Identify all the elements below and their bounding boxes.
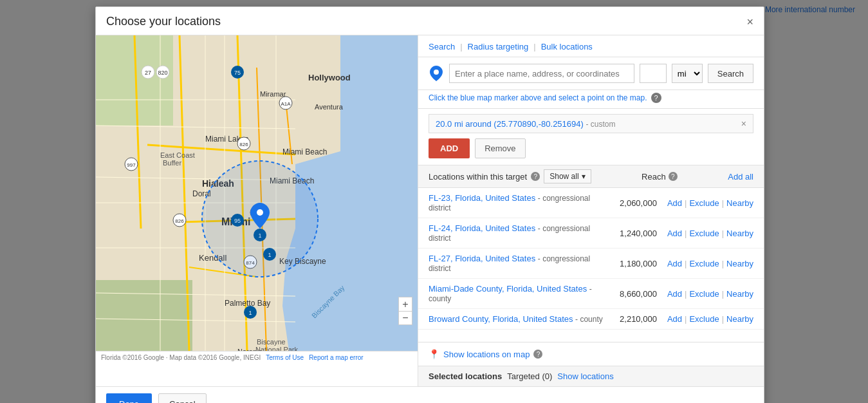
location-nearby-link[interactable]: Nearby <box>726 314 753 324</box>
zoom-out-button[interactable]: − <box>398 311 412 325</box>
reach-label: Reach ? <box>642 172 678 182</box>
svg-rect-4 <box>96 280 192 351</box>
radius-input[interactable]: 20 <box>640 64 667 83</box>
location-row: FL-27, Florida, United States - congress… <box>418 248 764 279</box>
action-separator: | <box>722 289 724 299</box>
location-reach: 1,240,000 <box>609 229 667 238</box>
location-row: FL-24, Florida, United States - congress… <box>418 218 764 248</box>
tabs-bar: Search | Radius targeting | Bulk locatio… <box>418 35 764 57</box>
location-name[interactable]: Broward County, Florida, United States -… <box>429 314 609 324</box>
location-add-link[interactable]: Add <box>667 314 682 324</box>
svg-text:997: 997 <box>127 162 136 168</box>
action-separator: | <box>722 314 724 324</box>
cancel-button[interactable]: Cancel <box>158 393 206 403</box>
location-exclude-link[interactable]: Exclude <box>689 229 719 238</box>
show-on-map-help-icon[interactable]: ? <box>533 350 542 359</box>
dialog-header: Choose your locations × <box>96 7 764 35</box>
search-button[interactable]: Search <box>708 64 753 83</box>
svg-text:East Coast: East Coast <box>160 151 195 159</box>
unit-select[interactable]: mi km <box>672 64 703 83</box>
right-panel: Search | Radius targeting | Bulk locatio… <box>418 35 764 386</box>
locations-list: FL-23, Florida, United States - congress… <box>418 188 764 342</box>
location-nearby-link[interactable]: Nearby <box>726 229 753 238</box>
location-nearby-link[interactable]: Nearby <box>726 289 753 299</box>
location-nearby-link[interactable]: Nearby <box>726 259 753 268</box>
location-name[interactable]: Miami-Dade County, Florida, United State… <box>429 284 609 303</box>
location-row: Miami-Dade County, Florida, United State… <box>418 279 764 309</box>
show-locations-link[interactable]: Show locations <box>557 371 613 381</box>
location-actions: Add | Exclude | Nearby <box>667 198 753 208</box>
svg-text:Biscayne: Biscayne <box>257 338 286 346</box>
terms-of-use-link[interactable]: Terms of Use <box>266 354 304 361</box>
locations-header-left: Locations within this target ? Show all … <box>429 169 591 183</box>
svg-text:Palmetto Bay: Palmetto Bay <box>225 299 270 308</box>
map-canvas[interactable]: Biscayne Bay Hollywood Miramar Aventura … <box>96 35 418 351</box>
tab-sep-2: | <box>533 42 535 57</box>
location-actions: Add | Exclude | Nearby <box>667 289 753 299</box>
dialog-close-button[interactable]: × <box>746 16 753 28</box>
add-all-link[interactable]: Add all <box>728 172 753 182</box>
action-separator: | <box>722 259 724 268</box>
svg-text:75: 75 <box>234 70 241 76</box>
tab-radius-targeting[interactable]: Radius targeting <box>468 42 529 57</box>
location-name[interactable]: FL-27, Florida, United States - congress… <box>429 254 609 273</box>
svg-text:820: 820 <box>158 70 167 76</box>
show-all-button[interactable]: Show all ▾ <box>544 169 591 183</box>
show-on-map-row: 📍 Show locations on map ? <box>418 342 764 366</box>
location-row: Broward County, Florida, United States -… <box>418 309 764 330</box>
action-separator: | <box>722 229 724 238</box>
action-separator: | <box>685 314 687 324</box>
location-exclude-link[interactable]: Exclude <box>689 198 719 208</box>
map-zoom-controls: + − <box>398 297 412 325</box>
hint-help-icon[interactable]: ? <box>651 93 661 103</box>
location-name[interactable]: FL-24, Florida, United States - congress… <box>429 223 609 243</box>
location-add-link[interactable]: Add <box>667 259 682 268</box>
locations-table-header: Locations within this target ? Show all … <box>418 165 764 188</box>
hint-message: Click the blue map marker above and sele… <box>429 93 647 102</box>
action-separator: | <box>685 198 687 208</box>
location-search-input[interactable] <box>449 64 634 83</box>
svg-text:27: 27 <box>145 70 151 76</box>
zoom-in-button[interactable]: + <box>398 297 412 311</box>
dialog-title: Choose your locations <box>106 15 221 28</box>
location-nearby-link[interactable]: Nearby <box>726 198 753 208</box>
dialog-body: Biscayne Bay Hollywood Miramar Aventura … <box>96 35 764 386</box>
location-tag: 20.0 mi around (25.770890,-80.251694) - … <box>429 114 753 133</box>
action-row: ADD Remove <box>418 138 764 165</box>
show-locations-on-map-link[interactable]: Show locations on map <box>443 350 530 359</box>
reach-help-icon[interactable]: ? <box>669 172 678 181</box>
show-on-map-pin-icon: 📍 <box>429 349 439 359</box>
location-actions: Add | Exclude | Nearby <box>667 229 753 238</box>
location-actions: Add | Exclude | Nearby <box>667 314 753 324</box>
action-separator: | <box>685 259 687 268</box>
location-add-link[interactable]: Add <box>667 229 682 238</box>
map-panel: Biscayne Bay Hollywood Miramar Aventura … <box>96 35 418 386</box>
location-add-link[interactable]: Add <box>667 198 682 208</box>
location-tag-close-button[interactable]: × <box>741 118 746 129</box>
remove-button[interactable]: Remove <box>475 138 525 158</box>
tab-bulk-locations[interactable]: Bulk locations <box>541 42 593 57</box>
svg-text:Miramar: Miramar <box>260 90 286 98</box>
svg-text:Buffer: Buffer <box>163 159 181 167</box>
selected-locations-bar: Selected locations Targeted (0) Show loc… <box>418 366 764 386</box>
dialog-footer: Done Cancel <box>96 386 764 403</box>
locations-help-icon[interactable]: ? <box>531 172 540 181</box>
svg-point-70 <box>257 209 263 216</box>
location-add-link[interactable]: Add <box>667 289 682 299</box>
map-svg: Biscayne Bay Hollywood Miramar Aventura … <box>96 35 418 351</box>
location-name[interactable]: FL-23, Florida, United States - congress… <box>429 193 609 212</box>
tab-search[interactable]: Search <box>429 42 455 57</box>
add-button[interactable]: ADD <box>429 138 470 158</box>
choose-locations-dialog: Choose your locations × <box>95 6 764 403</box>
done-button[interactable]: Done <box>106 393 152 403</box>
location-exclude-link[interactable]: Exclude <box>689 289 719 299</box>
hint-bar: Click the blue map marker above and sele… <box>418 90 764 109</box>
report-map-error-link[interactable]: Report a map error <box>309 354 363 361</box>
location-exclude-link[interactable]: Exclude <box>689 259 719 268</box>
svg-point-71 <box>434 70 439 75</box>
location-reach: 1,180,000 <box>609 259 667 268</box>
location-actions: Add | Exclude | Nearby <box>667 259 753 268</box>
svg-text:826: 826 <box>239 142 248 147</box>
action-separator: | <box>685 289 687 299</box>
location-exclude-link[interactable]: Exclude <box>689 314 719 324</box>
